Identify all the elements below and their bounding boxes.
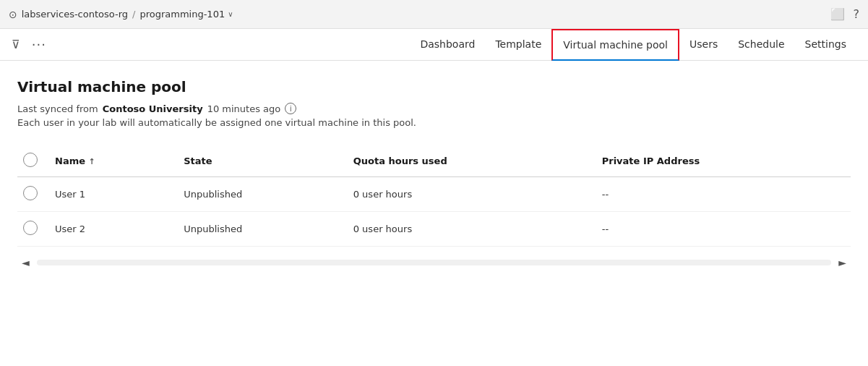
- page-title: Virtual machine pool: [17, 78, 851, 95]
- horizontal-scrollbar: ◄ ►: [17, 250, 851, 276]
- monitor-icon[interactable]: ⬜: [830, 7, 845, 21]
- td-checkbox-user2: [17, 212, 46, 247]
- td-state-user1: Unpublished: [175, 177, 345, 212]
- info-icon[interactable]: i: [285, 103, 296, 114]
- filter-icon[interactable]: ⊽: [12, 38, 20, 51]
- nav-label-users: Users: [689, 38, 718, 50]
- breadcrumb-lab-name: programming-101: [139, 9, 225, 20]
- toolbar-left: ⊽ ···: [12, 37, 46, 52]
- help-icon[interactable]: ?: [854, 7, 860, 21]
- nav-item-template[interactable]: Template: [485, 29, 551, 61]
- td-ip-user1: --: [593, 177, 851, 212]
- breadcrumb-resource-group[interactable]: labservices-contoso-rg: [22, 9, 128, 20]
- table-row: User 2 Unpublished 0 user hours --: [17, 212, 851, 247]
- th-state: State: [175, 145, 345, 177]
- sync-source: Contoso University: [103, 103, 203, 114]
- td-name-user1: User 1: [46, 177, 175, 212]
- td-quota-user2: 0 user hours: [345, 212, 593, 247]
- nav-label-vm-pool: Virtual machine pool: [563, 39, 668, 51]
- sort-icon: ↑: [89, 157, 95, 166]
- more-options-icon[interactable]: ···: [32, 37, 46, 52]
- row-checkbox-user2[interactable]: [23, 221, 38, 235]
- th-checkbox: [17, 145, 46, 177]
- azure-icon: ⊙: [9, 9, 17, 20]
- nav-item-settings[interactable]: Settings: [795, 29, 856, 61]
- scroll-left-arrow[interactable]: ◄: [17, 255, 34, 270]
- chevron-down-icon[interactable]: ∨: [228, 10, 233, 18]
- nav-label-dashboard: Dashboard: [420, 38, 475, 50]
- td-state-user2: Unpublished: [175, 212, 345, 247]
- nav-label-schedule: Schedule: [738, 38, 784, 50]
- breadcrumb-lab: programming-101 ∨: [139, 9, 233, 20]
- th-quota: Quota hours used: [345, 145, 593, 177]
- scroll-track[interactable]: [37, 260, 831, 265]
- main-nav: Dashboard Template Virtual machine pool …: [410, 29, 856, 61]
- page-description: Each user in your lab will automatically…: [17, 117, 851, 128]
- sync-info: Last synced from Contoso University 10 m…: [17, 103, 851, 114]
- th-name-label: Name: [55, 156, 85, 166]
- nav-item-schedule[interactable]: Schedule: [728, 29, 794, 61]
- sync-info-prefix: Last synced from: [17, 103, 98, 114]
- table-header-row: Name ↑ State Quota hours used Private IP…: [17, 145, 851, 177]
- nav-item-vm-pool[interactable]: Virtual machine pool: [551, 29, 679, 61]
- vm-pool-table: Name ↑ State Quota hours used Private IP…: [17, 145, 851, 247]
- top-bar-actions: ⬜ ?: [830, 7, 860, 21]
- top-bar: ⊙ labservices-contoso-rg / programming-1…: [0, 0, 868, 29]
- scroll-right-arrow[interactable]: ►: [834, 255, 851, 270]
- th-name[interactable]: Name ↑: [46, 145, 175, 177]
- breadcrumb: ⊙ labservices-contoso-rg / programming-1…: [9, 9, 233, 20]
- td-checkbox-user1: [17, 177, 46, 212]
- breadcrumb-separator: /: [132, 9, 135, 20]
- td-name-user2: User 2: [46, 212, 175, 247]
- row-checkbox-user1[interactable]: [23, 186, 38, 200]
- nav-label-settings: Settings: [805, 38, 846, 50]
- page-content: Virtual machine pool Last synced from Co…: [0, 61, 868, 276]
- nav-label-template: Template: [495, 38, 541, 50]
- nav-item-users[interactable]: Users: [679, 29, 728, 61]
- th-ip: Private IP Address: [593, 145, 851, 177]
- sync-info-suffix: 10 minutes ago: [207, 103, 281, 114]
- td-quota-user1: 0 user hours: [345, 177, 593, 212]
- table-row: User 1 Unpublished 0 user hours --: [17, 177, 851, 212]
- td-ip-user2: --: [593, 212, 851, 247]
- nav-item-dashboard[interactable]: Dashboard: [410, 29, 485, 61]
- toolbar: ⊽ ··· Dashboard Template Virtual machine…: [0, 29, 868, 61]
- vm-pool-table-container: Name ↑ State Quota hours used Private IP…: [17, 145, 851, 247]
- select-all-checkbox[interactable]: [23, 153, 38, 167]
